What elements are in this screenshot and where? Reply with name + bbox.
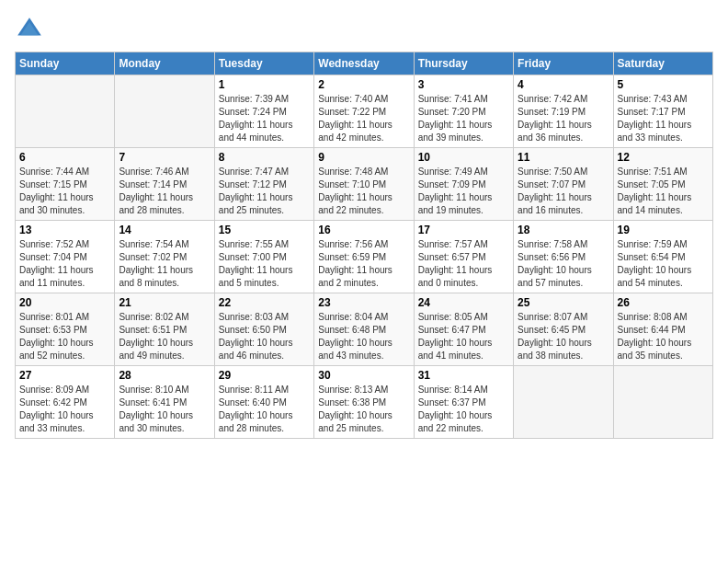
- calendar-header-friday: Friday: [514, 52, 613, 75]
- calendar-cell: 21Sunrise: 8:02 AM Sunset: 6:51 PM Dayli…: [115, 293, 214, 366]
- day-number: 29: [219, 369, 310, 382]
- day-number: 20: [19, 296, 110, 309]
- calendar-cell: 7Sunrise: 7:46 AM Sunset: 7:14 PM Daylig…: [115, 148, 214, 221]
- cell-info: Sunrise: 7:40 AM Sunset: 7:22 PM Dayligh…: [318, 93, 409, 144]
- calendar-header-row: SundayMondayTuesdayWednesdayThursdayFrid…: [16, 52, 713, 75]
- calendar-header-sunday: Sunday: [16, 52, 115, 75]
- cell-info: Sunrise: 8:10 AM Sunset: 6:41 PM Dayligh…: [119, 384, 210, 435]
- day-number: 9: [318, 151, 409, 164]
- cell-info: Sunrise: 7:47 AM Sunset: 7:12 PM Dayligh…: [219, 166, 310, 217]
- day-number: 23: [318, 296, 409, 309]
- calendar-cell: 6Sunrise: 7:44 AM Sunset: 7:15 PM Daylig…: [16, 148, 115, 221]
- calendar-cell: 14Sunrise: 7:54 AM Sunset: 7:02 PM Dayli…: [115, 221, 214, 293]
- day-number: 6: [19, 151, 110, 164]
- calendar-header-monday: Monday: [115, 52, 214, 75]
- calendar-cell: 27Sunrise: 8:09 AM Sunset: 6:42 PM Dayli…: [16, 366, 115, 439]
- day-number: 21: [119, 296, 210, 309]
- cell-info: Sunrise: 8:13 AM Sunset: 6:38 PM Dayligh…: [318, 384, 409, 435]
- calendar-cell: [115, 75, 214, 148]
- calendar-cell: 29Sunrise: 8:11 AM Sunset: 6:40 PM Dayli…: [214, 366, 313, 439]
- cell-info: Sunrise: 7:57 AM Sunset: 6:57 PM Dayligh…: [418, 238, 509, 290]
- calendar-cell: [16, 75, 115, 148]
- cell-info: Sunrise: 7:49 AM Sunset: 7:09 PM Dayligh…: [418, 166, 509, 217]
- day-number: 8: [219, 151, 310, 164]
- calendar-cell: 11Sunrise: 7:50 AM Sunset: 7:07 PM Dayli…: [514, 148, 613, 221]
- cell-info: Sunrise: 7:44 AM Sunset: 7:15 PM Dayligh…: [19, 166, 110, 217]
- calendar-cell: [514, 366, 613, 439]
- day-number: 11: [518, 151, 609, 164]
- cell-info: Sunrise: 7:55 AM Sunset: 7:00 PM Dayligh…: [219, 238, 310, 290]
- cell-info: Sunrise: 8:02 AM Sunset: 6:51 PM Dayligh…: [119, 311, 210, 362]
- cell-info: Sunrise: 8:08 AM Sunset: 6:44 PM Dayligh…: [618, 311, 709, 362]
- day-number: 30: [318, 369, 409, 382]
- cell-info: Sunrise: 7:50 AM Sunset: 7:07 PM Dayligh…: [518, 166, 609, 217]
- day-number: 2: [318, 78, 409, 91]
- day-number: 31: [418, 369, 509, 382]
- day-number: 12: [618, 151, 709, 164]
- cell-info: Sunrise: 7:51 AM Sunset: 7:05 PM Dayligh…: [618, 166, 709, 217]
- cell-info: Sunrise: 7:39 AM Sunset: 7:24 PM Dayligh…: [219, 93, 310, 144]
- calendar-cell: 15Sunrise: 7:55 AM Sunset: 7:00 PM Dayli…: [214, 221, 313, 293]
- cell-info: Sunrise: 7:54 AM Sunset: 7:02 PM Dayligh…: [119, 238, 210, 290]
- calendar-cell: 28Sunrise: 8:10 AM Sunset: 6:41 PM Dayli…: [115, 366, 214, 439]
- calendar-cell: 4Sunrise: 7:42 AM Sunset: 7:19 PM Daylig…: [514, 75, 613, 148]
- calendar-cell: 3Sunrise: 7:41 AM Sunset: 7:20 PM Daylig…: [414, 75, 513, 148]
- calendar-cell: 25Sunrise: 8:07 AM Sunset: 6:45 PM Dayli…: [514, 293, 613, 366]
- calendar-cell: 23Sunrise: 8:04 AM Sunset: 6:48 PM Dayli…: [314, 293, 414, 366]
- day-number: 26: [618, 296, 709, 309]
- calendar-cell: 10Sunrise: 7:49 AM Sunset: 7:09 PM Dayli…: [414, 148, 513, 221]
- day-number: 19: [618, 224, 709, 236]
- calendar-header-wednesday: Wednesday: [314, 52, 414, 75]
- cell-info: Sunrise: 8:14 AM Sunset: 6:37 PM Dayligh…: [418, 384, 509, 435]
- day-number: 27: [19, 369, 110, 382]
- cell-info: Sunrise: 8:05 AM Sunset: 6:47 PM Dayligh…: [418, 311, 509, 362]
- calendar-week-row: 20Sunrise: 8:01 AM Sunset: 6:53 PM Dayli…: [16, 293, 713, 366]
- calendar-cell: 19Sunrise: 7:59 AM Sunset: 6:54 PM Dayli…: [613, 221, 712, 293]
- day-number: 4: [518, 78, 609, 91]
- calendar-week-row: 27Sunrise: 8:09 AM Sunset: 6:42 PM Dayli…: [16, 366, 713, 439]
- calendar-header-tuesday: Tuesday: [214, 52, 313, 75]
- day-number: 14: [119, 224, 210, 236]
- calendar-cell: 2Sunrise: 7:40 AM Sunset: 7:22 PM Daylig…: [314, 75, 414, 148]
- calendar-cell: [613, 366, 712, 439]
- calendar-cell: 16Sunrise: 7:56 AM Sunset: 6:59 PM Dayli…: [314, 221, 414, 293]
- day-number: 7: [119, 151, 210, 164]
- day-number: 25: [518, 296, 609, 309]
- calendar-cell: 20Sunrise: 8:01 AM Sunset: 6:53 PM Dayli…: [16, 293, 115, 366]
- cell-info: Sunrise: 7:59 AM Sunset: 6:54 PM Dayligh…: [618, 238, 709, 290]
- day-number: 24: [418, 296, 509, 309]
- day-number: 5: [618, 78, 709, 91]
- cell-info: Sunrise: 7:58 AM Sunset: 6:56 PM Dayligh…: [518, 238, 609, 290]
- cell-info: Sunrise: 7:43 AM Sunset: 7:17 PM Dayligh…: [618, 93, 709, 144]
- day-number: 22: [219, 296, 310, 309]
- calendar-cell: 12Sunrise: 7:51 AM Sunset: 7:05 PM Dayli…: [613, 148, 712, 221]
- cell-info: Sunrise: 7:42 AM Sunset: 7:19 PM Dayligh…: [518, 93, 609, 144]
- day-number: 10: [418, 151, 509, 164]
- calendar-cell: 26Sunrise: 8:08 AM Sunset: 6:44 PM Dayli…: [613, 293, 712, 366]
- cell-info: Sunrise: 8:11 AM Sunset: 6:40 PM Dayligh…: [219, 384, 310, 435]
- cell-info: Sunrise: 7:52 AM Sunset: 7:04 PM Dayligh…: [19, 238, 110, 290]
- cell-info: Sunrise: 8:01 AM Sunset: 6:53 PM Dayligh…: [19, 311, 110, 362]
- calendar-cell: 8Sunrise: 7:47 AM Sunset: 7:12 PM Daylig…: [214, 148, 313, 221]
- calendar-header-thursday: Thursday: [414, 52, 513, 75]
- page-header: [15, 15, 713, 44]
- calendar-cell: 31Sunrise: 8:14 AM Sunset: 6:37 PM Dayli…: [414, 366, 513, 439]
- logo-icon: [15, 15, 44, 44]
- calendar-cell: 17Sunrise: 7:57 AM Sunset: 6:57 PM Dayli…: [414, 221, 513, 293]
- calendar-cell: 30Sunrise: 8:13 AM Sunset: 6:38 PM Dayli…: [314, 366, 414, 439]
- day-number: 3: [418, 78, 509, 91]
- cell-info: Sunrise: 8:04 AM Sunset: 6:48 PM Dayligh…: [318, 311, 409, 362]
- calendar-cell: 1Sunrise: 7:39 AM Sunset: 7:24 PM Daylig…: [214, 75, 313, 148]
- day-number: 15: [219, 224, 310, 236]
- calendar-week-row: 6Sunrise: 7:44 AM Sunset: 7:15 PM Daylig…: [16, 148, 713, 221]
- calendar-cell: 13Sunrise: 7:52 AM Sunset: 7:04 PM Dayli…: [16, 221, 115, 293]
- cell-info: Sunrise: 8:03 AM Sunset: 6:50 PM Dayligh…: [219, 311, 310, 362]
- calendar-table: SundayMondayTuesdayWednesdayThursdayFrid…: [15, 52, 713, 439]
- calendar-week-row: 13Sunrise: 7:52 AM Sunset: 7:04 PM Dayli…: [16, 221, 713, 293]
- calendar-cell: 22Sunrise: 8:03 AM Sunset: 6:50 PM Dayli…: [214, 293, 313, 366]
- cell-info: Sunrise: 7:56 AM Sunset: 6:59 PM Dayligh…: [318, 238, 409, 290]
- day-number: 13: [19, 224, 110, 236]
- cell-info: Sunrise: 8:07 AM Sunset: 6:45 PM Dayligh…: [518, 311, 609, 362]
- day-number: 17: [418, 224, 509, 236]
- calendar-week-row: 1Sunrise: 7:39 AM Sunset: 7:24 PM Daylig…: [16, 75, 713, 148]
